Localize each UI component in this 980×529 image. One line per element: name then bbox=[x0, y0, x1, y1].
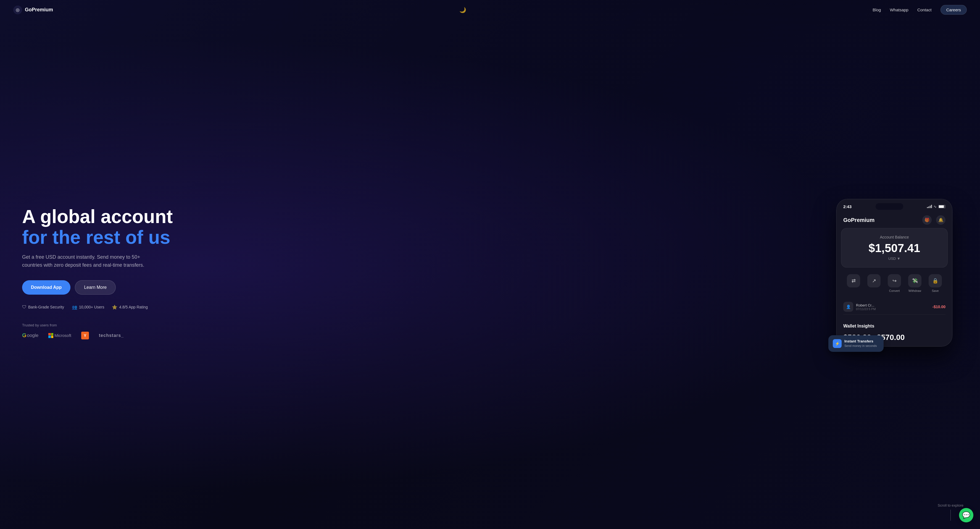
transfer-icon: ↗ bbox=[867, 274, 881, 287]
send-icon: ⇄ bbox=[847, 274, 860, 287]
tooltip-subtitle: Send money in seconds bbox=[845, 344, 877, 347]
lightning-icon: ⚡ bbox=[833, 339, 842, 348]
phone-inner: 2:43 ∿ GoPremium bbox=[837, 199, 952, 346]
action-transfer[interactable]: ↗ bbox=[867, 274, 881, 292]
trusted-label: Trusted by users from bbox=[22, 323, 177, 327]
withdraw-icon: 💸 bbox=[908, 274, 921, 287]
battery-icon bbox=[938, 205, 945, 209]
security-icon: 🛡 bbox=[22, 304, 27, 309]
badge-users: 👥 10,000+ Users bbox=[72, 304, 104, 310]
learn-more-button[interactable]: Learn More bbox=[75, 280, 116, 295]
transaction-amount: -$10.00 bbox=[932, 304, 945, 309]
google-logo: G oogle bbox=[22, 332, 38, 339]
app-header: GoPremium 🎁 🔔 bbox=[837, 212, 952, 228]
hero-buttons: Download App Learn More bbox=[22, 280, 177, 295]
badge-security: 🛡 Bank-Grade Security bbox=[22, 304, 64, 309]
transactions-area: 👤 Robert Cr... 07/11/23 5 PM -$10.00 bbox=[837, 297, 952, 319]
app-name: GoPremium bbox=[843, 217, 875, 223]
nav-link-blog[interactable]: Blog bbox=[873, 8, 881, 12]
table-row: 👤 Robert Cr... 07/11/23 5 PM -$10.00 bbox=[843, 299, 945, 315]
insights-title: Wallet Insights bbox=[843, 323, 945, 328]
hero-subtitle: Get a free USD account instantly. Send m… bbox=[22, 253, 155, 269]
instant-transfer-tooltip: ⚡ Instant Transfers Send money in second… bbox=[828, 335, 884, 352]
transaction-name: Robert Cr... bbox=[856, 303, 876, 308]
logo-icon: ◎ bbox=[13, 6, 22, 14]
convert-label: Convert bbox=[889, 289, 900, 292]
nav-link-contact[interactable]: Contact bbox=[917, 8, 932, 12]
notification-icon[interactable]: 🔔 bbox=[936, 215, 945, 225]
phone-container: 2:43 ∿ GoPremium bbox=[831, 199, 958, 347]
careers-button[interactable]: Careers bbox=[940, 5, 967, 14]
nav-link-whatsapp[interactable]: Whatsapp bbox=[890, 8, 908, 12]
theme-toggle[interactable]: 🌙 bbox=[459, 6, 466, 13]
withdraw-label: Withdraw bbox=[908, 289, 921, 292]
users-icon: 👥 bbox=[72, 304, 77, 310]
trusted-section: Trusted by users from G oogle Microsoft … bbox=[22, 323, 177, 339]
action-save[interactable]: 🔒 Save bbox=[929, 274, 942, 292]
action-withdraw[interactable]: 💸 Withdraw bbox=[908, 274, 921, 292]
nav-logo-group: ◎ GoPremium bbox=[13, 6, 53, 14]
action-send[interactable]: ⇄ bbox=[847, 274, 860, 292]
techstars-logo: techstars_ bbox=[99, 333, 124, 338]
balance-amount: $1,507.41 bbox=[848, 242, 941, 255]
whatsapp-button[interactable]: 💬 bbox=[959, 508, 974, 523]
hero-badges: 🛡 Bank-Grade Security 👥 10,000+ Users ⭐ … bbox=[22, 304, 177, 310]
nav-links: Blog Whatsapp Contact Careers bbox=[873, 5, 967, 14]
microsoft-logo: Microsoft bbox=[48, 333, 71, 338]
hero-title: A global account for the rest of us bbox=[22, 206, 177, 248]
app-header-icons: 🎁 🔔 bbox=[922, 215, 945, 225]
logo-text: GoPremium bbox=[25, 7, 53, 13]
ycombinator-logo: Y bbox=[81, 331, 89, 339]
download-app-button[interactable]: Download App bbox=[22, 280, 70, 295]
signal-icon bbox=[927, 205, 932, 208]
phone-mockup: 2:43 ∿ GoPremium bbox=[836, 199, 952, 347]
status-notch bbox=[876, 203, 903, 210]
balance-label: Account Balance bbox=[848, 235, 941, 239]
transaction-time: 07/11/23 5 PM bbox=[856, 308, 876, 311]
balance-card: Account Balance $1,507.41 USD ▼ bbox=[841, 228, 948, 268]
transaction-icon: 👤 bbox=[843, 302, 853, 312]
navbar: ◎ GoPremium 🌙 Blog Whatsapp Contact Care… bbox=[0, 0, 980, 20]
action-buttons: ⇄ ↗ ↪ Convert 💸 Withdraw 🔒 bbox=[837, 271, 952, 297]
action-convert[interactable]: ↪ Convert bbox=[888, 274, 901, 292]
badge-rating: ⭐ 4.8/5 App Rating bbox=[112, 304, 148, 310]
tooltip-title: Instant Transfers bbox=[845, 339, 877, 343]
hero-section: A global account for the rest of us Get … bbox=[0, 0, 980, 529]
phone-status-bar: 2:43 ∿ bbox=[837, 199, 952, 212]
balance-currency[interactable]: USD ▼ bbox=[848, 257, 941, 261]
save-icon: 🔒 bbox=[929, 274, 942, 287]
save-label: Save bbox=[932, 289, 939, 292]
star-icon: ⭐ bbox=[112, 304, 118, 310]
status-time: 2:43 bbox=[843, 204, 851, 209]
whatsapp-icon: 💬 bbox=[962, 511, 970, 519]
hero-content: A global account for the rest of us Get … bbox=[22, 206, 177, 339]
status-icons: ∿ bbox=[927, 204, 945, 209]
convert-icon: ↪ bbox=[888, 274, 901, 287]
gift-icon[interactable]: 🎁 bbox=[922, 215, 932, 225]
scroll-line bbox=[950, 510, 951, 521]
trusted-logos: G oogle Microsoft Y techstars_ bbox=[22, 331, 177, 339]
wifi-icon: ∿ bbox=[934, 204, 937, 209]
